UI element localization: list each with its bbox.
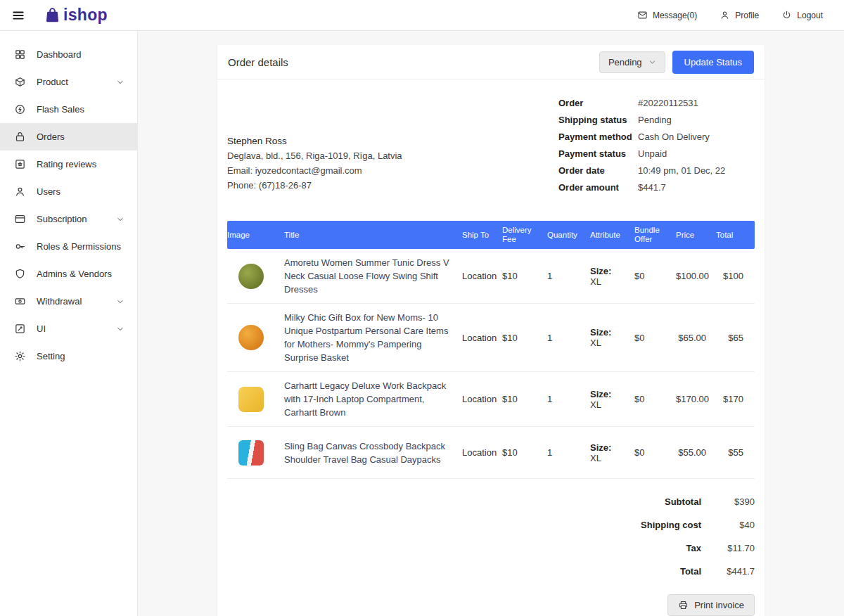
order-info-row: Payment method Cash On Delivery [558, 131, 755, 142]
setting-icon [14, 350, 26, 362]
attribute-label: Size: [590, 442, 629, 453]
printer-icon [678, 600, 689, 610]
order-status-dropdown[interactable]: Pending [599, 51, 665, 73]
product-title: Carhartt Legacy Deluxe Work Backpack wit… [284, 379, 462, 419]
table-header-cell: Attribute [590, 227, 634, 243]
order-info-value: 10:49 pm, 01 Dec, 22 [638, 165, 725, 176]
image-cell [227, 325, 284, 350]
product-icon [14, 76, 26, 88]
order-details-card: Order details Pending Update Status Step… [217, 45, 765, 616]
summary-value: $11.70 [701, 543, 755, 553]
customer-info: Stephen Ross Deglava, bld., 156, Riga-10… [227, 134, 402, 193]
summary-label: Total [680, 566, 701, 577]
attribute-label: Size: [590, 389, 629, 399]
summary-label: Subtotal [665, 496, 701, 507]
sidebar-item[interactable]: Dashboard [0, 41, 137, 68]
chevron-down-icon [116, 325, 124, 333]
price-cell: $65.00 [676, 333, 716, 343]
image-cell [227, 387, 284, 412]
shopping-bag-icon [44, 6, 61, 24]
order-info: Order #20220112531 Shipping status Pendi… [558, 98, 755, 193]
topbar-nav-item[interactable]: Profile [720, 10, 759, 20]
topbar-nav: Message(0) Profile Logout [637, 10, 823, 20]
sidebar-item[interactable]: Users [0, 178, 137, 205]
chevron-down-icon [116, 78, 124, 86]
sidebar-item[interactable]: Admins & Vendors [0, 260, 137, 288]
update-status-button[interactable]: Update Status [672, 51, 754, 74]
summary-row: Tax $11.70 [572, 537, 755, 560]
header-actions: Pending Update Status [599, 51, 754, 74]
quantity-cell: 1 [547, 394, 590, 404]
print-invoice-label: Print invoice [694, 600, 744, 610]
topbar-nav-label: Logout [797, 11, 823, 20]
order-items-table: Image Title Ship To Delivery Fee Quantit… [227, 221, 755, 479]
customer-phone: Phone: (67)18-26-87 [227, 178, 402, 193]
sidebar-item[interactable]: Setting [0, 342, 137, 370]
logo[interactable]: ishop [44, 6, 108, 25]
sidebar-item-label: Roles & Permissions [37, 241, 124, 252]
sidebar-item[interactable]: UI [0, 315, 137, 342]
admins-vendors-icon [14, 268, 26, 280]
order-summary: Subtotal $390 Shipping cost $40 Tax $11.… [572, 490, 755, 583]
price-cell: $170.00 [676, 394, 716, 404]
sidebar-item[interactable]: Subscription [0, 205, 137, 233]
attribute-label: Size: [590, 266, 629, 276]
attribute-label: Size: [590, 327, 629, 338]
table-header-cell: Ship To [462, 227, 502, 243]
bundle-offer-cell: $0 [634, 271, 676, 281]
summary-row: Shipping cost $40 [572, 513, 755, 537]
sidebar-item[interactable]: Flash Sales [0, 96, 137, 123]
hamburger-menu-button[interactable] [11, 8, 27, 23]
power-icon [781, 10, 792, 20]
product-image [238, 387, 264, 412]
attribute-cell: Size: XL [590, 327, 634, 348]
table-row: Carhartt Legacy Deluxe Work Backpack wit… [227, 372, 755, 427]
table-header-cell: Total [716, 227, 755, 243]
card-body: Stephen Ross Deglava, bld., 156, Riga-10… [217, 79, 765, 616]
delivery-fee-cell: $10 [502, 333, 547, 343]
bundle-offer-cell: $0 [634, 447, 676, 458]
order-info-label: Order date [558, 165, 638, 176]
flash-sales-icon [14, 103, 26, 115]
print-invoice-button[interactable]: Print invoice [667, 594, 755, 616]
attribute-value: XL [590, 338, 601, 348]
order-info-value: #20220112531 [638, 98, 698, 108]
ship-to-cell: Location [462, 271, 502, 281]
sidebar-item[interactable]: Rating reviews [0, 150, 137, 178]
sidebar-item[interactable]: Orders [0, 123, 137, 150]
order-info-value: Cash On Delivery [638, 131, 710, 142]
order-top-section: Stephen Ross Deglava, bld., 156, Riga-10… [227, 98, 755, 193]
order-info-row: Payment status Unpaid [558, 148, 755, 159]
table-body: Amoretu Women Summer Tunic Dress V Neck … [227, 249, 755, 479]
summary-value: $441.7 [701, 566, 755, 577]
sidebar-item-label: Admins & Vendors [37, 269, 124, 279]
logo-text: ishop [63, 6, 108, 25]
bundle-offer-cell: $0 [634, 394, 676, 404]
page-layout: Dashboard Product Flash Sales Orders [0, 31, 844, 616]
sidebar-item[interactable]: Product [0, 68, 137, 96]
ship-to-cell: Location [462, 394, 502, 404]
price-cell: $55.00 [676, 447, 716, 458]
topbar-nav-item[interactable]: Message(0) [637, 10, 697, 20]
table-header-cell: Bundle Offer [634, 222, 676, 248]
product-title: Sling Bag Canvas Crossbody Backpack Shou… [284, 439, 462, 466]
sidebar-item-label: Setting [37, 351, 124, 361]
rating-reviews-icon [14, 158, 26, 170]
sidebar-item-label: Orders [37, 131, 124, 142]
topbar-nav-item[interactable]: Logout [781, 10, 823, 20]
product-image [238, 440, 264, 466]
sidebar-item[interactable]: Withdrawal [0, 288, 137, 315]
product-image [238, 325, 264, 350]
summary-label: Shipping cost [641, 520, 701, 530]
subscription-icon [14, 213, 26, 225]
orders-icon [14, 131, 26, 143]
order-info-label: Shipping status [558, 115, 638, 125]
order-info-label: Order [558, 98, 638, 108]
dashboard-icon [14, 49, 26, 60]
sidebar-item[interactable]: Roles & Permissions [0, 233, 137, 260]
image-cell [227, 264, 284, 289]
sidebar-item-label: Flash Sales [37, 104, 124, 115]
customer-address: Deglava, bld., 156, Riga-1019, Rīga, Lat… [227, 148, 402, 163]
delivery-fee-cell: $10 [502, 447, 547, 458]
price-cell: $100.00 [676, 271, 716, 281]
